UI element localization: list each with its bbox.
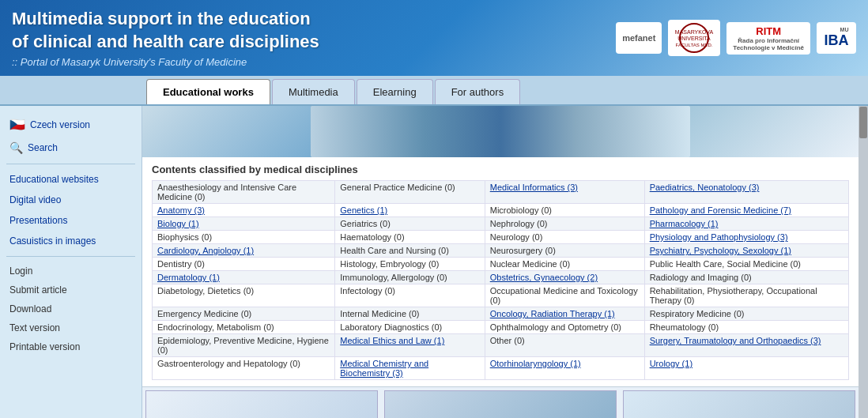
table-cell: Paediatrics, Neonatology (3) [644,181,848,204]
masaryk-logo: MASARYKOVA UNIVERSITA FACULTAS MED. [668,20,720,56]
contents-title: Contents classified by medical disciplin… [152,164,849,175]
discipline-link[interactable]: Biology (1) [157,219,199,228]
table-cell: Endocrinology, Metabolism (0) [153,321,335,334]
tab-multimedia[interactable]: Multimedia [272,79,355,104]
table-cell: Biology (1) [153,217,335,231]
discipline-link[interactable]: Pharmacology (1) [650,219,719,228]
czech-version-label: Czech version [30,119,90,130]
banner-image [142,106,859,157]
table-cell: Urology (1) [644,357,848,380]
search-icon: 🔍 [9,141,23,154]
site-subtitle: :: Portal of Masaryk University's Facult… [12,56,319,68]
discipline-link[interactable]: Obstetrics, Gynaecology (2) [490,273,598,282]
page-header: Multimedia support in the education of c… [0,0,868,76]
table-cell: Internal Medicine (0) [335,307,485,321]
search-label: Search [28,142,58,153]
table-cell: Haematology (0) [335,231,485,244]
table-cell: Oncology, Radiation Therapy (1) [485,307,644,321]
navigation-tabs: Educational works Multimedia Elearning F… [0,76,868,106]
main-content: Contents classified by medical disciplin… [142,106,859,418]
sidebar-link-text[interactable]: Text version [0,318,142,337]
sidebar: 🇨🇿 Czech version 🔍 Search Educational we… [0,106,142,418]
sidebar-item-presentations[interactable]: Presentations [0,210,142,231]
iba-logo: MU IBA [817,22,856,54]
sidebar-link-download[interactable]: Download [0,299,142,318]
discipline-link[interactable]: Dermatology (1) [157,273,220,282]
table-cell: Dermatology (1) [153,271,335,284]
discipline-link[interactable]: Anatomy (3) [157,205,205,215]
logos-area: mefanet MASARYKOVA UNIVERSITA FACULTAS M… [616,20,856,56]
banner-inner [311,106,690,157]
table-cell: Public Health Care, Social Medicine (0) [644,258,848,271]
svg-text:MASARYKOVA: MASARYKOVA [675,29,714,35]
table-cell: Gastroenterology and Hepatology (0) [153,357,335,380]
table-cell: Occupational Medicine and Toxicology (0) [485,284,644,307]
discipline-link[interactable]: Otorhinolaryngology (1) [490,359,581,368]
svg-text:UNIVERSITA: UNIVERSITA [678,36,711,41]
svg-text:FACULTAS MED.: FACULTAS MED. [676,43,713,47]
ritm-logo: RITM Řada pro Informační Technologie v M… [726,22,810,55]
tab-for-authors[interactable]: For authors [435,79,520,104]
table-cell: Biophysics (0) [153,231,335,244]
sidebar-divider-1 [6,164,135,164]
thumbnail-2 [384,390,617,418]
sidebar-item-casuistics[interactable]: Casuistics in images [0,231,142,251]
discipline-link[interactable]: Paediatrics, Neonatology (3) [650,183,760,192]
table-cell: Respiratory Medicine (0) [644,307,848,321]
table-cell: Rehabilitation, Physiotherapy, Occupatio… [644,284,848,307]
table-cell: Nuclear Medicine (0) [485,258,644,271]
table-cell: Microbiology (0) [485,204,644,217]
discipline-link[interactable]: Urology (1) [650,359,693,368]
sidebar-link-printable[interactable]: Printable version [0,337,142,356]
sidebar-item-search[interactable]: 🔍 Search [0,137,142,159]
table-cell: Pharmacology (1) [644,217,848,231]
discipline-link[interactable]: Medical Chemistry and Biochemistry (3) [340,359,428,378]
table-cell: Psychiatry, Psychology, Sexology (1) [644,244,848,258]
table-cell: Geriatrics (0) [335,217,485,231]
sidebar-item-czech[interactable]: 🇨🇿 Czech version [0,112,142,137]
sidebar-item-digital-video[interactable]: Digital video [0,190,142,210]
discipline-link[interactable]: Cardiology, Angiology (1) [157,246,254,255]
discipline-link[interactable]: Pathology and Forensic Medicine (7) [650,205,791,215]
sidebar-item-educational-websites[interactable]: Educational websites [0,169,142,190]
scrollbar[interactable] [859,106,868,418]
table-cell: Histology, Embryology (0) [335,258,485,271]
table-cell: Obstetrics, Gynaecology (2) [485,271,644,284]
site-title: Multimedia support in the education of c… [12,8,319,68]
discipline-link[interactable]: Psychiatry, Psychology, Sexology (1) [650,246,791,255]
sidebar-link-submit[interactable]: Submit article [0,281,142,299]
table-cell: Surgery, Traumatology and Orthopaedics (… [644,334,848,357]
table-cell: Other (0) [485,334,644,357]
discipline-link[interactable]: Oncology, Radiation Therapy (1) [490,309,615,318]
table-cell: Neurosurgery (0) [485,244,644,258]
mefanet-logo: mefanet [616,22,662,54]
bottom-thumbnails [142,386,859,418]
table-cell: Rheumatology (0) [644,321,848,334]
discipline-link[interactable]: Genetics (1) [340,205,387,215]
sidebar-link-login[interactable]: Login [0,262,142,281]
discipline-link[interactable]: Physiology and Pathophysiology (3) [650,232,788,242]
discipline-link[interactable]: Medical Ethics and Law (1) [340,336,444,345]
scroll-thumb[interactable] [859,107,867,138]
table-cell: Ophthalmology and Optometry (0) [485,321,644,334]
title-line1: Multimedia support in the education of c… [12,8,319,53]
tab-educational-works[interactable]: Educational works [146,79,270,104]
table-cell: Neurology (0) [485,231,644,244]
table-cell: Radiology and Imaging (0) [644,271,848,284]
disciplines-section: Contents classified by medical disciplin… [142,157,859,386]
tab-elearning[interactable]: Elearning [357,79,433,104]
table-cell: Nephrology (0) [485,217,644,231]
table-cell: Immunology, Allergology (0) [335,271,485,284]
table-cell: Physiology and Pathophysiology (3) [644,231,848,244]
czech-flag-icon: 🇨🇿 [9,117,25,132]
table-cell: Laboratory Diagnostics (0) [335,321,485,334]
table-cell: Health Care and Nursing (0) [335,244,485,258]
discipline-link[interactable]: Medical Informatics (3) [490,183,578,192]
table-cell: Diabetology, Dietetics (0) [153,284,335,307]
discipline-link[interactable]: Surgery, Traumatology and Orthopaedics (… [650,336,821,345]
table-cell: General Practice Medicine (0) [335,181,485,204]
table-cell: Cardiology, Angiology (1) [153,244,335,258]
table-cell: Anaesthesiology and Intensive Care Medic… [153,181,335,204]
table-cell: Genetics (1) [335,204,485,217]
table-cell: Dentistry (0) [153,258,335,271]
